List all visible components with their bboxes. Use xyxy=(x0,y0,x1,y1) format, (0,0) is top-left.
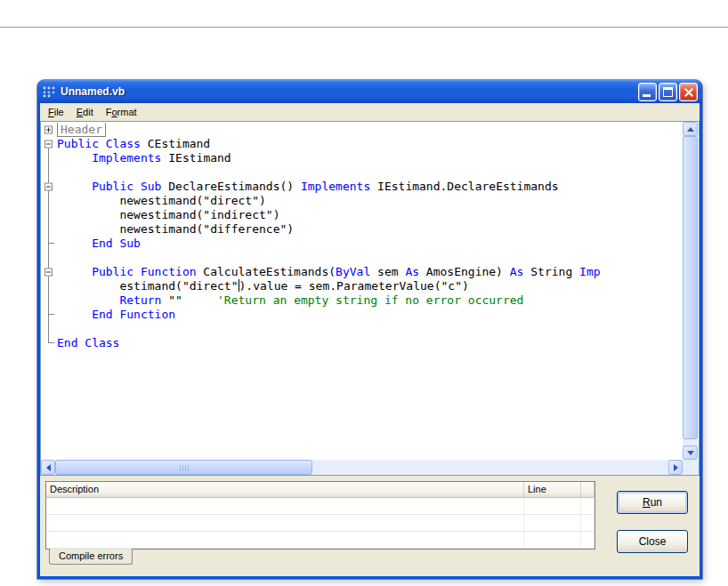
arrow-up-icon xyxy=(687,127,694,132)
fold-gutter xyxy=(41,194,57,208)
code-line: Implements IEstimand xyxy=(41,151,683,165)
code-editor[interactable]: HeaderPublic Class CEstimand Implements … xyxy=(41,122,683,460)
fold-gutter xyxy=(41,137,57,151)
fold-gutter xyxy=(41,222,57,237)
error-row xyxy=(46,532,595,549)
fold-gutter xyxy=(41,165,57,180)
arrow-left-icon xyxy=(46,464,51,471)
horizontal-scroll-thumb[interactable] xyxy=(55,460,312,475)
vertical-scroll-thumb[interactable] xyxy=(683,136,698,439)
fold-gutter xyxy=(41,123,57,137)
code-text: newestimand("direct") xyxy=(57,194,683,208)
scrollbar-corner xyxy=(683,460,699,475)
collapse-fold-icon[interactable] xyxy=(44,269,53,277)
vertical-scrollbar[interactable] xyxy=(683,122,698,460)
error-table: Description Line xyxy=(45,481,595,550)
window-title: Unnamed.vb xyxy=(61,85,638,98)
close-dialog-button[interactable]: Close xyxy=(617,530,688,553)
menu-format[interactable]: Format xyxy=(100,105,143,119)
window-icon[interactable] xyxy=(42,84,56,99)
code-line: newestimand("direct") xyxy=(41,194,683,208)
code-line: estimand("direct").value = sem.Parameter… xyxy=(41,279,683,293)
fold-gutter xyxy=(41,308,57,322)
code-line: Return "" 'Return an empty string if no … xyxy=(41,293,683,308)
caption-buttons xyxy=(638,83,698,101)
program-editor-window: Unnamed.vb File Edit Format HeaderPublic… xyxy=(37,80,702,579)
editor-frame: HeaderPublic Class CEstimand Implements … xyxy=(40,121,700,476)
column-header-description[interactable]: Description xyxy=(46,482,524,498)
minimize-button[interactable] xyxy=(638,83,657,101)
scroll-right-button[interactable] xyxy=(668,460,683,475)
error-table-header: Description Line xyxy=(46,482,595,498)
code-text: Implements IEstimand xyxy=(57,151,683,165)
arrow-down-icon xyxy=(687,451,694,455)
code-line: Header xyxy=(41,123,683,137)
vertical-scroll-track[interactable] xyxy=(683,136,698,446)
code-line: Public Function CalculateEstimands(ByVal… xyxy=(41,265,683,279)
error-row xyxy=(46,515,595,532)
code-line: newestimand("difference") xyxy=(41,222,683,237)
page-background: Unnamed.vb File Edit Format HeaderPublic… xyxy=(0,0,728,586)
tab-compile-errors[interactable]: Compile errors xyxy=(49,549,133,565)
code-text xyxy=(57,322,683,336)
horizontal-scrollbar[interactable] xyxy=(41,460,683,475)
run-button[interactable]: Run xyxy=(617,491,688,514)
fold-gutter xyxy=(41,322,57,336)
code-text: newestimand("indirect") xyxy=(57,208,683,222)
scroll-up-button[interactable] xyxy=(683,122,698,136)
menu-edit[interactable]: Edit xyxy=(70,105,100,119)
code-line xyxy=(41,165,683,180)
maximize-icon xyxy=(663,87,673,97)
horizontal-scroll-track[interactable] xyxy=(55,460,668,475)
scroll-down-button[interactable] xyxy=(683,446,698,460)
arrow-right-icon xyxy=(674,464,678,471)
code-text xyxy=(57,165,683,180)
code-text: Public Class CEstimand xyxy=(57,137,683,151)
page-rule xyxy=(0,27,728,28)
code-text: estimand("direct").value = sem.Parameter… xyxy=(57,279,683,293)
code-lines: HeaderPublic Class CEstimand Implements … xyxy=(41,123,683,350)
code-line: End Sub xyxy=(41,237,683,251)
code-text xyxy=(57,251,683,265)
fold-gutter xyxy=(41,237,57,251)
fold-gutter xyxy=(41,293,57,308)
close-window-button[interactable] xyxy=(679,83,698,101)
collapse-fold-icon[interactable] xyxy=(44,140,53,149)
compile-errors-panel: Description Line Compile errors Run Clos… xyxy=(40,476,700,576)
code-line xyxy=(41,322,683,336)
fold-gutter xyxy=(41,180,57,194)
error-row xyxy=(46,498,595,515)
fold-gutter xyxy=(41,265,57,279)
maximize-button[interactable] xyxy=(659,83,677,101)
minimize-icon xyxy=(643,94,651,97)
code-text: End Class xyxy=(57,336,683,350)
code-text: newestimand("difference") xyxy=(57,222,683,237)
error-table-body xyxy=(46,498,595,549)
fold-gutter xyxy=(41,151,57,165)
fold-gutter xyxy=(41,251,57,265)
code-text: Header xyxy=(57,123,683,137)
code-line: Public Class CEstimand xyxy=(41,137,683,151)
code-text: Public Function CalculateEstimands(ByVal… xyxy=(57,265,683,279)
code-line: End Class xyxy=(41,336,683,350)
expand-fold-icon[interactable] xyxy=(44,126,53,134)
collapse-fold-icon[interactable] xyxy=(44,183,53,191)
column-header-stub xyxy=(581,482,595,498)
column-header-line[interactable]: Line xyxy=(524,482,581,498)
fold-gutter xyxy=(41,208,57,222)
scroll-left-button[interactable] xyxy=(41,460,55,475)
code-line: Public Sub DeclareEstimands() Implements… xyxy=(41,180,683,194)
window-client-area: File Edit Format HeaderPublic Class CEst… xyxy=(40,103,700,576)
menu-file[interactable]: File xyxy=(42,105,70,119)
code-text: Public Sub DeclareEstimands() Implements… xyxy=(57,180,683,194)
code-line xyxy=(41,251,683,265)
code-text: Return "" 'Return an empty string if no … xyxy=(57,293,683,308)
code-text: End Function xyxy=(57,308,683,322)
code-text: End Sub xyxy=(57,237,683,251)
title-bar[interactable]: Unnamed.vb xyxy=(37,80,702,103)
code-line: End Function xyxy=(41,308,683,322)
fold-gutter xyxy=(41,279,57,293)
code-line: newestimand("indirect") xyxy=(41,208,683,222)
fold-gutter xyxy=(41,336,57,350)
menu-bar: File Edit Format xyxy=(40,103,700,121)
